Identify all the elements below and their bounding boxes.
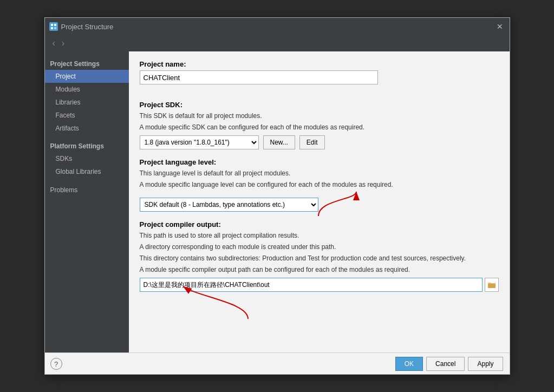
svg-rect-3 [54, 27, 56, 29]
folder-icon [488, 282, 496, 288]
dialog-title: Project Structure [61, 23, 494, 31]
compiler-desc3: This directory contains two subdirectori… [140, 253, 499, 263]
compiler-output-row [140, 278, 499, 292]
project-name-section: Project name: [140, 60, 499, 92]
sdk-new-button[interactable]: New... [263, 135, 295, 149]
sdk-row: 1.8 (java version "1.8.0_161") New... Ed… [140, 135, 499, 149]
help-button[interactable]: ? [50, 358, 62, 370]
sidebar-item-libraries[interactable]: Libraries [45, 96, 129, 109]
project-language-level-section: Project language level: This language le… [140, 158, 499, 212]
compiler-desc2: A directory corresponding to each module… [140, 242, 499, 252]
compiler-desc4: A module specific compiler output path c… [140, 265, 499, 275]
lang-level-desc2: A module specific language level can be … [140, 180, 499, 190]
sidebar-item-sdks[interactable]: SDKs [45, 152, 129, 165]
svg-rect-2 [51, 27, 53, 29]
close-button[interactable]: ✕ [494, 21, 505, 32]
sdk-select[interactable]: 1.8 (java version "1.8.0_161") [140, 135, 259, 149]
cancel-button[interactable]: Cancel [426, 357, 465, 371]
project-structure-dialog: Project Structure ✕ ‹ › Project Settings… [44, 17, 510, 375]
folder-browse-button[interactable] [485, 278, 499, 292]
main-panel: Project name: Project SDK: This SDK is d… [129, 51, 510, 352]
sidebar-item-facets[interactable]: Facets [45, 109, 129, 122]
svg-rect-5 [488, 283, 496, 288]
project-name-input[interactable] [140, 70, 378, 84]
svg-rect-1 [54, 24, 56, 26]
svg-rect-0 [51, 24, 53, 26]
content-area: Project Settings Project Modules Librari… [45, 51, 510, 352]
project-sdk-label: Project SDK: [140, 101, 499, 109]
project-name-label: Project name: [140, 60, 499, 68]
bottom-bar: OK Cancel Apply [45, 352, 510, 374]
project-compiler-output-section: Project compiler output: This path is us… [140, 220, 499, 324]
sidebar-item-artifacts[interactable]: Artifacts [45, 122, 129, 135]
platform-settings-label: Platform Settings [45, 137, 129, 152]
sdk-desc2: A module specific SDK can be configured … [140, 122, 499, 132]
app-icon [49, 22, 58, 31]
back-button[interactable]: ‹ [49, 37, 58, 49]
language-level-select[interactable]: SDK default (8 - Lambdas, type annotatio… [140, 198, 318, 212]
nav-row: ‹ › [45, 35, 510, 51]
lang-level-desc1: This language level is default for all p… [140, 168, 499, 178]
compiler-output-input[interactable] [140, 278, 483, 292]
sidebar-item-problems[interactable]: Problems [45, 184, 129, 197]
sdk-desc1: This SDK is default for all project modu… [140, 111, 499, 121]
title-bar: Project Structure ✕ [45, 18, 510, 35]
sidebar-item-modules[interactable]: Modules [45, 83, 129, 96]
project-sdk-section: Project SDK: This SDK is default for all… [140, 101, 499, 149]
sdk-edit-button[interactable]: Edit [299, 135, 325, 149]
project-settings-label: Project Settings [45, 56, 129, 70]
compiler-output-label: Project compiler output: [140, 220, 499, 228]
apply-button[interactable]: Apply [468, 357, 503, 371]
sidebar: Project Settings Project Modules Librari… [45, 51, 129, 352]
sidebar-item-project[interactable]: Project [45, 70, 129, 83]
sidebar-item-global-libraries[interactable]: Global Libraries [45, 165, 129, 178]
forward-button[interactable]: › [58, 37, 68, 49]
compiler-desc1: This path is used to store all project c… [140, 231, 499, 240]
language-level-label: Project language level: [140, 158, 499, 166]
ok-button[interactable]: OK [395, 357, 423, 371]
